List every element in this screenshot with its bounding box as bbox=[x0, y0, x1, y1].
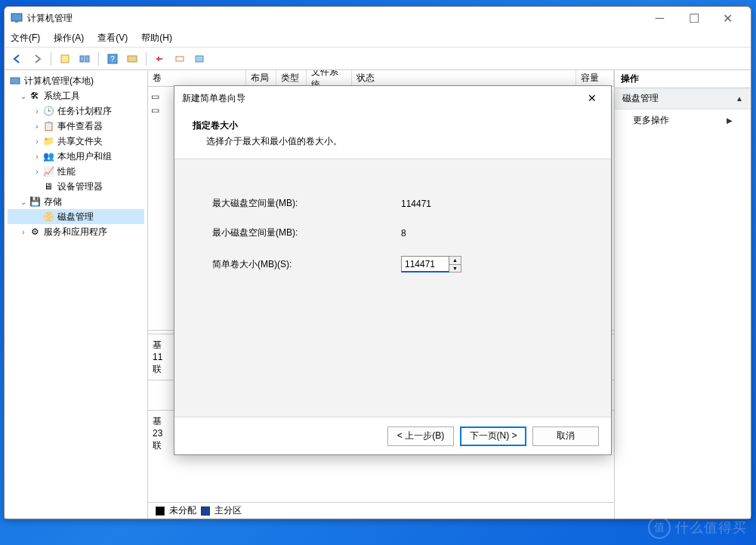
expand-icon[interactable]: › bbox=[32, 137, 42, 146]
max-space-value: 114471 bbox=[401, 199, 431, 209]
app-icon bbox=[11, 12, 23, 24]
svg-rect-11 bbox=[196, 56, 203, 62]
folder-icon: 📁 bbox=[42, 135, 54, 147]
svg-text:?: ? bbox=[110, 55, 115, 63]
min-space-value: 8 bbox=[401, 228, 406, 239]
tree-panel: 计算机管理(本地) ⌄ 🛠 系统工具 ›🕒任务计划程序 ›📋事件查看器 ›📁共享… bbox=[5, 70, 148, 519]
collapse-icon: ▲ bbox=[736, 94, 743, 103]
computer-icon bbox=[9, 75, 21, 87]
dialog-heading: 指定卷大小 bbox=[193, 119, 593, 132]
col-cap[interactable]: 容量 bbox=[576, 70, 614, 86]
back-button[interactable]: < 上一步(B) bbox=[387, 426, 454, 446]
size-spinner: ▲ ▼ bbox=[401, 256, 461, 272]
collapse-icon[interactable]: ⌄ bbox=[18, 92, 29, 100]
disk-icon: 📀 bbox=[42, 211, 54, 223]
toolbar-icon[interactable] bbox=[57, 51, 73, 67]
col-type[interactable]: 类型 bbox=[276, 70, 307, 86]
tools-icon: 🛠 bbox=[29, 90, 41, 102]
legend: 未分配 主分区 bbox=[148, 502, 614, 519]
event-icon: 📋 bbox=[42, 120, 54, 132]
watermark: 值 什么值得买 bbox=[648, 516, 747, 539]
expand-icon[interactable]: › bbox=[32, 152, 42, 161]
device-icon: 🖥 bbox=[42, 180, 54, 192]
expand-icon: ▶ bbox=[727, 116, 733, 125]
next-button[interactable]: 下一页(N) > bbox=[460, 426, 526, 446]
dialog-close-button[interactable]: ✕ bbox=[581, 88, 603, 109]
actions-more[interactable]: 更多操作 ▶ bbox=[615, 109, 751, 131]
clock-icon: 🕒 bbox=[42, 105, 54, 117]
toolbar: ? bbox=[5, 48, 751, 70]
minimize-button[interactable]: ─ bbox=[643, 7, 677, 29]
tree-systools[interactable]: ⌄ 🛠 系统工具 bbox=[8, 88, 144, 103]
cancel-button[interactable]: 取消 bbox=[532, 426, 599, 446]
svg-rect-0 bbox=[11, 14, 22, 21]
expand-icon[interactable]: › bbox=[32, 107, 42, 115]
col-layout[interactable]: 布局 bbox=[246, 70, 276, 86]
tree-perf[interactable]: ›📈性能 bbox=[8, 164, 144, 179]
spinner-down-button[interactable]: ▼ bbox=[449, 265, 461, 272]
tree-devmgr[interactable]: 🖥设备管理器 bbox=[8, 179, 144, 194]
svg-rect-7 bbox=[128, 56, 137, 62]
users-icon: 👥 bbox=[42, 150, 54, 162]
svg-rect-3 bbox=[80, 56, 84, 62]
menu-help[interactable]: 帮助(H) bbox=[141, 32, 172, 45]
collapse-icon[interactable]: ⌄ bbox=[18, 198, 29, 206]
storage-icon: 💾 bbox=[29, 196, 41, 208]
svg-rect-4 bbox=[85, 56, 89, 62]
actions-panel: 操作 磁盘管理 ▲ 更多操作 ▶ bbox=[615, 70, 751, 519]
toolbar-icon[interactable] bbox=[171, 51, 188, 67]
tree-root[interactable]: 计算机管理(本地) bbox=[8, 73, 144, 88]
size-label: 简单卷大小(MB)(S): bbox=[212, 258, 401, 271]
svg-rect-10 bbox=[176, 57, 184, 61]
svg-rect-2 bbox=[61, 55, 69, 63]
toolbar-icon[interactable] bbox=[152, 51, 168, 67]
tree-users[interactable]: ›👥本地用户和组 bbox=[8, 149, 144, 164]
maximize-button[interactable]: ☐ bbox=[677, 7, 711, 29]
legend-primary-icon bbox=[201, 507, 210, 516]
drive-icon: ▭ bbox=[151, 91, 159, 102]
help-button[interactable]: ? bbox=[104, 51, 121, 67]
spinner-up-button[interactable]: ▲ bbox=[449, 257, 461, 265]
svg-rect-9 bbox=[158, 57, 159, 61]
menu-view[interactable]: 查看(V) bbox=[97, 32, 128, 45]
dialog-title: 新建简单卷向导 bbox=[182, 92, 581, 105]
min-space-label: 最小磁盘空间量(MB): bbox=[212, 226, 401, 239]
tree-services[interactable]: ›⚙服务和应用程序 bbox=[8, 224, 144, 239]
toolbar-icon[interactable] bbox=[124, 51, 140, 67]
dialog-titlebar: 新建简单卷向导 ✕ bbox=[174, 86, 611, 110]
window-title: 计算机管理 bbox=[27, 12, 643, 25]
size-input[interactable] bbox=[401, 256, 449, 272]
perf-icon: 📈 bbox=[42, 165, 54, 177]
menu-action[interactable]: 操作(A) bbox=[54, 32, 84, 45]
dialog-header: 指定卷大小 选择介于最大和最小值的卷大小。 bbox=[174, 110, 611, 159]
wizard-dialog: 新建简单卷向导 ✕ 指定卷大小 选择介于最大和最小值的卷大小。 最大磁盘空间量(… bbox=[174, 85, 612, 455]
services-icon: ⚙ bbox=[29, 226, 41, 238]
expand-icon[interactable]: › bbox=[32, 122, 42, 131]
column-header: 卷 布局 类型 文件系统 状态 容量 bbox=[148, 70, 614, 87]
legend-unalloc-icon bbox=[156, 507, 165, 516]
tree-storage[interactable]: ⌄💾存储 bbox=[8, 194, 144, 209]
svg-rect-12 bbox=[11, 78, 20, 84]
dialog-body: 最大磁盘空间量(MB): 114471 最小磁盘空间量(MB): 8 简单卷大小… bbox=[174, 159, 611, 417]
dialog-subheading: 选择介于最大和最小值的卷大小。 bbox=[193, 135, 593, 148]
back-button[interactable] bbox=[9, 51, 26, 67]
menubar: 文件(F) 操作(A) 查看(V) 帮助(H) bbox=[5, 29, 751, 48]
toolbar-icon[interactable] bbox=[191, 51, 208, 67]
col-status[interactable]: 状态 bbox=[352, 70, 576, 86]
svg-rect-1 bbox=[15, 21, 18, 23]
col-volume[interactable]: 卷 bbox=[148, 70, 246, 86]
tree-share[interactable]: ›📁共享文件夹 bbox=[8, 134, 144, 149]
tree-event[interactable]: ›📋事件查看器 bbox=[8, 119, 144, 134]
actions-section[interactable]: 磁盘管理 ▲ bbox=[615, 88, 751, 109]
tree-task[interactable]: ›🕒任务计划程序 bbox=[8, 103, 144, 119]
titlebar: 计算机管理 ─ ☐ ✕ bbox=[5, 7, 751, 29]
drive-icon: ▭ bbox=[151, 105, 159, 115]
menu-file[interactable]: 文件(F) bbox=[11, 32, 40, 45]
col-fs[interactable]: 文件系统 bbox=[307, 70, 352, 86]
forward-button[interactable] bbox=[29, 51, 45, 67]
tree-diskmgmt[interactable]: 📀磁盘管理 bbox=[8, 209, 144, 224]
toolbar-icon[interactable] bbox=[76, 51, 93, 67]
expand-icon[interactable]: › bbox=[18, 228, 29, 236]
expand-icon[interactable]: › bbox=[32, 168, 42, 176]
close-button[interactable]: ✕ bbox=[711, 7, 745, 29]
